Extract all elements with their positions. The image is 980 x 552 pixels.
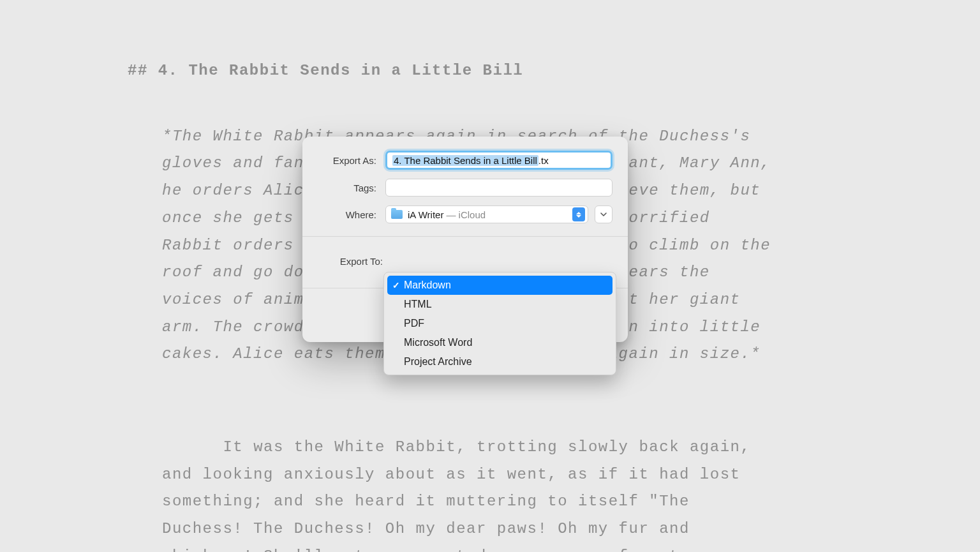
- export-filename-input[interactable]: 4. The Rabbit Sends in a Little Bill.tx: [385, 151, 612, 170]
- where-sub-text: — iCloud: [446, 209, 486, 220]
- dialog-top-section: Export As: 4. The Rabbit Sends in a Litt…: [302, 137, 628, 236]
- editor-background: ## 4. The Rabbit Sends in a Little Bill …: [0, 0, 980, 552]
- dropdown-item-pdf[interactable]: PDF: [387, 314, 612, 333]
- dropdown-item-label: HTML: [404, 299, 432, 310]
- body-text-pre: It was the White Rabbit, trotting slowly…: [162, 438, 761, 552]
- dropdown-item-label: PDF: [404, 318, 424, 329]
- where-main-text: iA Writer: [408, 209, 443, 220]
- tags-row: Tags:: [318, 179, 612, 197]
- dropdown-item-markdown[interactable]: ✓Markdown: [387, 276, 612, 295]
- dropdown-item-project-archive[interactable]: Project Archive: [387, 352, 612, 371]
- tags-label: Tags:: [318, 183, 385, 193]
- where-label: Where:: [318, 209, 385, 220]
- dropdown-item-html[interactable]: HTML: [387, 295, 612, 314]
- export-format-select[interactable]: [392, 252, 612, 270]
- where-select[interactable]: iA Writer — iCloud: [385, 205, 588, 223]
- tags-input[interactable]: [385, 179, 612, 197]
- expand-save-panel-button[interactable]: [595, 205, 612, 223]
- dropdown-item-microsoft-word[interactable]: Microsoft Word: [387, 333, 612, 352]
- filename-extension: .tx: [538, 155, 549, 166]
- select-stepper-icon: [572, 207, 585, 221]
- check-icon: ✓: [392, 280, 400, 290]
- where-row: Where: iA Writer — iCloud: [318, 205, 612, 223]
- where-controls: iA Writer — iCloud: [385, 205, 612, 223]
- dropdown-item-label: Markdown: [404, 280, 451, 291]
- export-format-dropdown: ✓MarkdownHTMLPDFMicrosoft WordProject Ar…: [383, 272, 616, 375]
- folder-icon: [391, 210, 403, 219]
- filename-selected-text: 4. The Rabbit Sends in a Little Bill: [392, 155, 538, 166]
- export-as-label: Export As:: [318, 155, 385, 166]
- document-body: It was the White Rabbit, trotting slowly…: [162, 407, 772, 552]
- dropdown-item-label: Project Archive: [404, 356, 472, 368]
- export-to-label: Export To:: [318, 252, 392, 267]
- chevron-down-icon: [600, 211, 607, 218]
- dropdown-item-label: Microsoft Word: [404, 337, 472, 348]
- document-heading: ## 4. The Rabbit Sends in a Little Bill: [128, 57, 772, 85]
- export-as-row: Export As: 4. The Rabbit Sends in a Litt…: [318, 151, 612, 170]
